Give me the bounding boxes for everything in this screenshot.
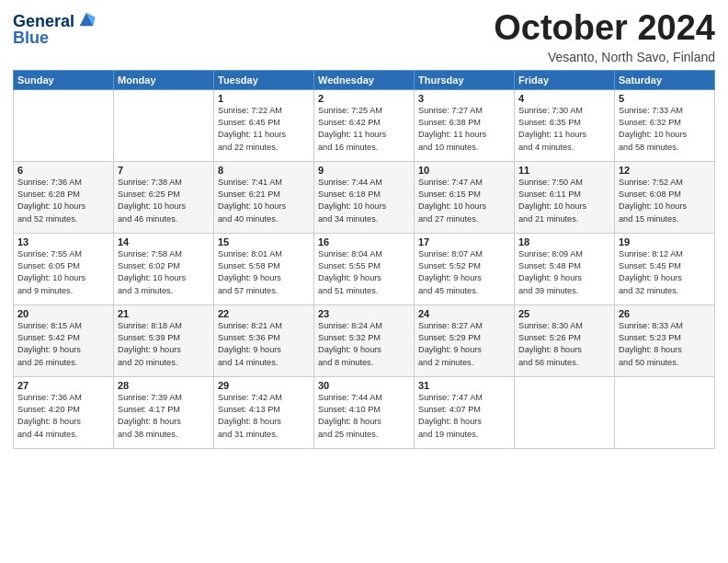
day-number: 19 <box>619 236 711 247</box>
day-number: 26 <box>619 308 711 319</box>
weekday-header-row: Sunday Monday Tuesday Wednesday Thursday… <box>14 70 715 89</box>
header-saturday: Saturday <box>615 70 715 89</box>
day-number: 23 <box>318 308 410 319</box>
day-info: Sunrise: 8:15 AM Sunset: 5:42 PM Dayligh… <box>17 320 109 369</box>
logo-text-general: General <box>13 13 74 29</box>
title-block: October 2024 Vesanto, North Savo, Finlan… <box>494 9 715 64</box>
day-info: Sunrise: 7:55 AM Sunset: 6:05 PM Dayligh… <box>17 248 109 297</box>
header-wednesday: Wednesday <box>314 70 415 89</box>
day-number: 15 <box>218 236 310 247</box>
day-info: Sunrise: 7:36 AM Sunset: 4:20 PM Dayligh… <box>17 392 109 441</box>
header-sunday: Sunday <box>14 70 114 89</box>
day-number: 18 <box>518 236 610 247</box>
day-info: Sunrise: 7:39 AM Sunset: 4:17 PM Dayligh… <box>118 392 210 441</box>
day-info: Sunrise: 7:52 AM Sunset: 6:08 PM Dayligh… <box>619 177 711 225</box>
table-row <box>14 89 114 161</box>
table-row: 2Sunrise: 7:25 AM Sunset: 6:42 PM Daylig… <box>314 89 415 161</box>
day-info: Sunrise: 8:12 AM Sunset: 5:45 PM Dayligh… <box>619 248 711 297</box>
day-number: 12 <box>619 165 711 176</box>
table-row: 7Sunrise: 7:38 AM Sunset: 6:25 PM Daylig… <box>114 161 214 233</box>
day-info: Sunrise: 7:27 AM Sunset: 6:38 PM Dayligh… <box>418 105 510 154</box>
table-row: 4Sunrise: 7:30 AM Sunset: 6:35 PM Daylig… <box>515 89 615 161</box>
day-info: Sunrise: 7:41 AM Sunset: 6:21 PM Dayligh… <box>218 177 310 225</box>
day-info: Sunrise: 8:27 AM Sunset: 5:29 PM Dayligh… <box>418 320 510 369</box>
table-row: 12Sunrise: 7:52 AM Sunset: 6:08 PM Dayli… <box>615 161 715 233</box>
day-info: Sunrise: 7:47 AM Sunset: 4:07 PM Dayligh… <box>418 392 510 441</box>
calendar-week-row: 27Sunrise: 7:36 AM Sunset: 4:20 PM Dayli… <box>14 376 715 448</box>
calendar-week-row: 6Sunrise: 7:36 AM Sunset: 6:28 PM Daylig… <box>14 161 715 233</box>
day-number: 3 <box>418 93 510 104</box>
day-number: 22 <box>218 308 310 319</box>
table-row: 25Sunrise: 8:30 AM Sunset: 5:26 PM Dayli… <box>515 304 615 376</box>
header-monday: Monday <box>114 70 214 89</box>
day-info: Sunrise: 8:09 AM Sunset: 5:48 PM Dayligh… <box>518 248 610 297</box>
day-info: Sunrise: 8:04 AM Sunset: 5:55 PM Dayligh… <box>318 248 410 297</box>
day-number: 11 <box>518 165 610 176</box>
day-info: Sunrise: 7:36 AM Sunset: 6:28 PM Dayligh… <box>17 177 109 225</box>
table-row: 14Sunrise: 7:58 AM Sunset: 6:02 PM Dayli… <box>114 233 214 304</box>
table-row: 22Sunrise: 8:21 AM Sunset: 5:36 PM Dayli… <box>214 304 314 376</box>
day-info: Sunrise: 7:38 AM Sunset: 6:25 PM Dayligh… <box>118 177 210 225</box>
calendar-week-row: 20Sunrise: 8:15 AM Sunset: 5:42 PM Dayli… <box>14 304 715 376</box>
day-info: Sunrise: 8:33 AM Sunset: 5:23 PM Dayligh… <box>619 320 711 369</box>
location: Vesanto, North Savo, Finland <box>494 50 715 64</box>
day-info: Sunrise: 7:22 AM Sunset: 6:45 PM Dayligh… <box>218 105 310 154</box>
table-row <box>615 376 715 448</box>
day-number: 7 <box>118 165 210 176</box>
day-number: 2 <box>318 93 410 104</box>
table-row: 24Sunrise: 8:27 AM Sunset: 5:29 PM Dayli… <box>415 304 515 376</box>
table-row: 19Sunrise: 8:12 AM Sunset: 5:45 PM Dayli… <box>615 233 715 304</box>
logo-icon <box>76 9 97 29</box>
table-row: 1Sunrise: 7:22 AM Sunset: 6:45 PM Daylig… <box>214 89 314 161</box>
table-row: 11Sunrise: 7:50 AM Sunset: 6:11 PM Dayli… <box>515 161 615 233</box>
day-number: 17 <box>418 236 510 247</box>
table-row: 27Sunrise: 7:36 AM Sunset: 4:20 PM Dayli… <box>14 376 114 448</box>
day-number: 16 <box>318 236 410 247</box>
logo-text-blue: Blue <box>13 29 49 47</box>
table-row: 9Sunrise: 7:44 AM Sunset: 6:18 PM Daylig… <box>314 161 415 233</box>
day-number: 1 <box>218 93 310 104</box>
day-number: 9 <box>318 165 410 176</box>
header-tuesday: Tuesday <box>214 70 314 89</box>
table-row: 6Sunrise: 7:36 AM Sunset: 6:28 PM Daylig… <box>14 161 114 233</box>
day-number: 27 <box>17 380 109 391</box>
table-row: 29Sunrise: 7:42 AM Sunset: 4:13 PM Dayli… <box>214 376 314 448</box>
day-number: 30 <box>318 380 410 391</box>
logo: General Blue <box>13 13 97 47</box>
day-info: Sunrise: 7:42 AM Sunset: 4:13 PM Dayligh… <box>218 392 310 441</box>
table-row: 31Sunrise: 7:47 AM Sunset: 4:07 PM Dayli… <box>415 376 515 448</box>
day-number: 31 <box>418 380 510 391</box>
day-info: Sunrise: 8:07 AM Sunset: 5:52 PM Dayligh… <box>418 248 510 297</box>
day-number: 14 <box>118 236 210 247</box>
day-number: 28 <box>118 380 210 391</box>
table-row: 13Sunrise: 7:55 AM Sunset: 6:05 PM Dayli… <box>14 233 114 304</box>
header: General Blue October 2024 Vesanto, North… <box>13 9 715 64</box>
table-row: 21Sunrise: 8:18 AM Sunset: 5:39 PM Dayli… <box>114 304 214 376</box>
calendar-week-row: 13Sunrise: 7:55 AM Sunset: 6:05 PM Dayli… <box>14 233 715 304</box>
table-row <box>114 89 214 161</box>
header-thursday: Thursday <box>415 70 515 89</box>
day-info: Sunrise: 7:47 AM Sunset: 6:15 PM Dayligh… <box>418 177 510 225</box>
table-row: 17Sunrise: 8:07 AM Sunset: 5:52 PM Dayli… <box>415 233 515 304</box>
day-info: Sunrise: 7:44 AM Sunset: 4:10 PM Dayligh… <box>318 392 410 441</box>
day-number: 20 <box>17 308 109 319</box>
table-row: 26Sunrise: 8:33 AM Sunset: 5:23 PM Dayli… <box>615 304 715 376</box>
table-row: 30Sunrise: 7:44 AM Sunset: 4:10 PM Dayli… <box>314 376 415 448</box>
day-number: 4 <box>518 93 610 104</box>
day-number: 6 <box>17 165 109 176</box>
month-title: October 2024 <box>494 9 715 48</box>
day-info: Sunrise: 7:58 AM Sunset: 6:02 PM Dayligh… <box>118 248 210 297</box>
day-number: 13 <box>17 236 109 247</box>
day-info: Sunrise: 8:18 AM Sunset: 5:39 PM Dayligh… <box>118 320 210 369</box>
day-number: 10 <box>418 165 510 176</box>
day-number: 29 <box>218 380 310 391</box>
table-row: 10Sunrise: 7:47 AM Sunset: 6:15 PM Dayli… <box>415 161 515 233</box>
table-row: 16Sunrise: 8:04 AM Sunset: 5:55 PM Dayli… <box>314 233 415 304</box>
day-number: 8 <box>218 165 310 176</box>
table-row: 18Sunrise: 8:09 AM Sunset: 5:48 PM Dayli… <box>515 233 615 304</box>
calendar-week-row: 1Sunrise: 7:22 AM Sunset: 6:45 PM Daylig… <box>14 89 715 161</box>
table-row: 8Sunrise: 7:41 AM Sunset: 6:21 PM Daylig… <box>214 161 314 233</box>
header-friday: Friday <box>515 70 615 89</box>
table-row: 15Sunrise: 8:01 AM Sunset: 5:58 PM Dayli… <box>214 233 314 304</box>
day-info: Sunrise: 8:01 AM Sunset: 5:58 PM Dayligh… <box>218 248 310 297</box>
